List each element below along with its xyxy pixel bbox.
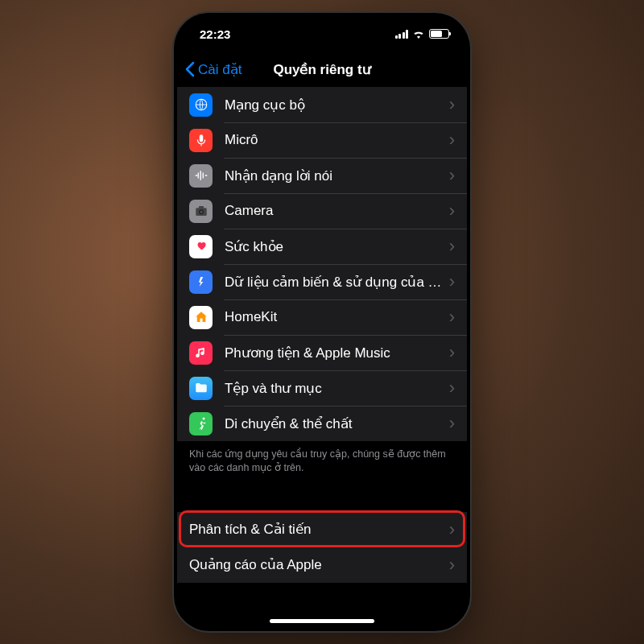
camera-icon	[189, 200, 213, 223]
status-bar: 22:23	[177, 16, 467, 52]
row-label: Di chuyển & thể chất	[225, 415, 444, 432]
fitness-icon	[189, 412, 213, 436]
research-icon	[189, 270, 213, 294]
row-heart[interactable]: Sức khỏe›	[177, 229, 467, 264]
chevron-right-icon: ›	[449, 555, 455, 576]
chevron-right-icon: ›	[449, 519, 455, 540]
chevron-right-icon: ›	[449, 200, 455, 221]
globe-icon	[189, 93, 213, 117]
row-label: Tệp và thư mục	[225, 380, 444, 397]
row-label: Sức khỏe	[225, 238, 444, 255]
music-icon	[189, 341, 213, 365]
group-footer: Khi các ứng dụng yêu cầu truy cập, chúng…	[177, 441, 467, 488]
row-label: Camera	[225, 203, 444, 219]
row-label: Mạng cục bộ	[225, 97, 444, 114]
row-label: Micrô	[225, 132, 444, 148]
battery-icon	[429, 29, 449, 39]
row-home[interactable]: HomeKit›	[177, 299, 467, 335]
row-camera[interactable]: Camera›	[177, 193, 467, 229]
back-button[interactable]: Cài đặt	[185, 61, 242, 78]
chevron-right-icon: ›	[449, 130, 455, 151]
row-label: Phân tích & Cải tiến	[189, 521, 444, 538]
row-ads[interactable]: Quảng cáo của Apple›	[177, 547, 467, 583]
row-label: Dữ liệu cảm biến & sử dụng của N...	[225, 274, 444, 291]
chevron-right-icon: ›	[449, 307, 455, 328]
analytics-list-group: Phân tích & Cải tiến›Quảng cáo của Apple…	[177, 512, 467, 583]
chevron-right-icon: ›	[449, 165, 455, 186]
row-research[interactable]: Dữ liệu cảm biến & sử dụng của N...›	[177, 264, 467, 299]
wifi-icon	[412, 29, 425, 39]
chevron-right-icon: ›	[449, 236, 455, 257]
folder-icon	[189, 377, 213, 400]
row-wave[interactable]: Nhận dạng lời nói›	[177, 158, 467, 193]
section-gap	[177, 488, 467, 512]
home-indicator[interactable]	[270, 619, 374, 623]
row-label: Nhận dạng lời nói	[225, 167, 444, 184]
home-icon	[189, 306, 213, 329]
status-icons	[395, 29, 450, 39]
heart-icon	[189, 235, 213, 258]
mic-icon	[189, 129, 213, 152]
row-folder[interactable]: Tệp và thư mục›	[177, 370, 467, 406]
signal-icon	[395, 30, 409, 39]
chevron-right-icon: ›	[449, 378, 455, 398]
phone-frame: 22:23 Cài đặt Quyền riêng tư Mạng cục bộ…	[174, 13, 470, 631]
status-time: 22:23	[200, 27, 230, 41]
privacy-list-group: Mạng cục bộ›Micrô›Nhận dạng lời nói›Came…	[177, 87, 467, 441]
chevron-right-icon: ›	[449, 271, 455, 292]
row-globe[interactable]: Mạng cục bộ›	[177, 87, 467, 122]
chevron-left-icon	[185, 61, 195, 77]
wave-icon	[189, 164, 213, 188]
row-analytics[interactable]: Phân tích & Cải tiến›	[177, 512, 467, 547]
chevron-right-icon: ›	[449, 94, 455, 115]
back-label: Cài đặt	[198, 61, 242, 78]
row-fitness[interactable]: Di chuyển & thể chất›	[177, 406, 467, 441]
chevron-right-icon: ›	[449, 342, 455, 363]
chevron-right-icon: ›	[449, 413, 455, 434]
row-mic[interactable]: Micrô›	[177, 122, 467, 158]
row-music[interactable]: Phương tiện & Apple Music›	[177, 335, 467, 370]
row-label: HomeKit	[225, 309, 444, 325]
nav-bar: Cài đặt Quyền riêng tư	[177, 52, 467, 87]
screen: 22:23 Cài đặt Quyền riêng tư Mạng cục bộ…	[177, 16, 467, 628]
row-label: Quảng cáo của Apple	[189, 556, 444, 573]
row-label: Phương tiện & Apple Music	[225, 345, 444, 361]
content: Mạng cục bộ›Micrô›Nhận dạng lời nói›Came…	[177, 87, 467, 628]
